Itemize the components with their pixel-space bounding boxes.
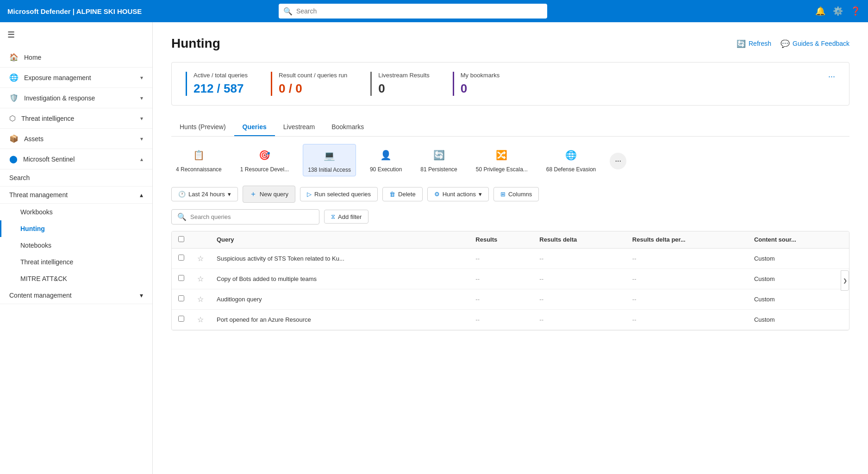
favorite-icon[interactable]: ☆ (197, 255, 204, 262)
category-resource-dev[interactable]: 🎯 1 Resource Devel... (236, 144, 293, 175)
row-checkbox[interactable] (178, 295, 184, 301)
collapse-panel-button[interactable]: ❯ (841, 270, 849, 291)
delete-button[interactable]: 🗑 Delete (382, 187, 423, 201)
category-initial-access[interactable]: 💻 138 Initial Access (303, 144, 356, 176)
home-icon: 🏠 (9, 53, 19, 62)
time-filter-button[interactable]: 🕐 Last 24 hours ▾ (171, 187, 238, 201)
threat-management-label: Threat management (9, 191, 68, 199)
columns-button[interactable]: ⊞ Columns (493, 187, 539, 201)
categories-more-button[interactable]: ··· (610, 153, 626, 169)
row-star-cell[interactable]: ☆ (191, 309, 210, 330)
row-star-cell[interactable]: ☆ (191, 268, 210, 289)
sidebar-sub-threat-intel[interactable]: Threat intelligence (0, 254, 152, 270)
delta-cell: -- (533, 268, 626, 289)
tab-bookmarks[interactable]: Bookmarks (323, 118, 372, 136)
results-cell: -- (469, 268, 533, 289)
notifications-icon[interactable]: 🔔 (815, 6, 825, 16)
sidebar-item-assets[interactable]: 📦 Assets ▾ (0, 129, 152, 149)
chevron-down-icon: ▾ (479, 191, 482, 198)
row-checkbox[interactable] (178, 255, 184, 261)
guides-button[interactable]: 💬 Guides & Feedback (781, 39, 849, 48)
stat-value: 212 / 587 (194, 81, 248, 96)
results-delta-per-column-header[interactable]: Results delta per... (626, 231, 748, 249)
category-persistence[interactable]: 🔄 81 Persistence (416, 144, 462, 175)
network-icon[interactable]: ⚙️ (833, 6, 843, 16)
category-defense-evasion[interactable]: 🌐 68 Defense Evasion (542, 144, 600, 175)
category-reconnaissance[interactable]: 📋 4 Reconnaissance (171, 144, 226, 175)
content-area: Hunting 🔄 Refresh 💬 Guides & Feedback Ac… (153, 22, 868, 474)
refresh-button[interactable]: 🔄 Refresh (737, 39, 771, 48)
chevron-down-icon: ▾ (228, 191, 231, 198)
sidebar-item-label: Threat intelligence (21, 115, 135, 122)
sidebar-sub-workbooks[interactable]: Workbooks (0, 204, 152, 220)
search-input-container[interactable]: 🔍 (171, 209, 319, 225)
sidebar-sub-notebooks[interactable]: Notebooks (0, 237, 152, 254)
sidebar-item-label: Investigation & response (24, 94, 135, 102)
row-checkbox-cell[interactable] (172, 309, 191, 330)
row-star-cell[interactable]: ☆ (191, 289, 210, 309)
global-search-bar[interactable]: 🔍 (279, 4, 547, 19)
tab-livestream[interactable]: Livestream (275, 118, 323, 136)
favorite-icon[interactable]: ☆ (197, 295, 204, 303)
table-row: ☆ Port opened for an Azure Resource -- -… (172, 309, 849, 330)
category-label: 90 Execution (370, 166, 402, 173)
favorite-icon[interactable]: ☆ (197, 275, 204, 283)
stat-value: 0 / 0 (279, 81, 347, 96)
run-selected-button[interactable]: ▷ Run selected queries (300, 187, 378, 201)
stat-bookmarks: My bookmarks 0 (453, 72, 500, 96)
row-checkbox[interactable] (178, 275, 184, 281)
privilege-esc-icon: 🔀 (493, 147, 510, 163)
sidebar-content-management[interactable]: Content management ▾ (0, 287, 152, 304)
add-filter-button[interactable]: ⧖ Add filter (324, 210, 368, 224)
sidebar-item-exposure[interactable]: 🌐 Exposure management ▾ (0, 68, 152, 88)
delete-icon: 🗑 (389, 191, 395, 198)
select-all-checkbox[interactable] (178, 236, 184, 242)
query-cell[interactable]: Auditlogon query (210, 289, 469, 309)
play-icon: ▷ (307, 191, 312, 198)
content-source-column-header[interactable]: Content sour... (748, 231, 849, 249)
row-checkbox[interactable] (178, 316, 184, 322)
sidebar-item-home[interactable]: 🏠 Home (0, 47, 152, 68)
category-execution[interactable]: 👤 90 Execution (365, 144, 406, 175)
query-cell[interactable]: Copy of Bots added to multiple teams (210, 268, 469, 289)
sidebar-item-sentinel[interactable]: ⬤ Microsoft Sentinel ▴ (0, 149, 152, 169)
row-checkbox-cell[interactable] (172, 268, 191, 289)
stats-row: Active / total queries 212 / 587 Result … (171, 62, 849, 106)
global-search-input[interactable] (296, 7, 543, 15)
help-icon[interactable]: ❓ (850, 6, 861, 16)
sidebar-sub-mitre[interactable]: MITRE ATT&CK (0, 270, 152, 287)
search-icon: 🔍 (177, 212, 187, 221)
content-management-label: Content management (9, 292, 72, 299)
sidebar-threat-management[interactable]: Threat management ▴ (0, 187, 152, 204)
hunt-actions-button[interactable]: ⚙ Hunt actions ▾ (427, 187, 489, 201)
hamburger-menu[interactable]: ☰ (0, 22, 152, 47)
row-checkbox-cell[interactable] (172, 248, 191, 268)
new-query-button[interactable]: ＋ New query (243, 186, 295, 203)
query-cell[interactable]: Suspicious activity of STS Token related… (210, 248, 469, 268)
table-row: ☆ Suspicious activity of STS Token relat… (172, 248, 849, 268)
sidebar-item-label: Microsoft Sentinel (23, 156, 135, 163)
query-column-header[interactable]: Query (210, 231, 469, 249)
category-privilege-esc[interactable]: 🔀 50 Privilege Escala... (471, 144, 532, 175)
sidebar-sub-hunting[interactable]: Hunting (0, 220, 152, 237)
investigation-icon: 🛡️ (9, 94, 19, 102)
category-label: 68 Defense Evasion (546, 166, 596, 173)
results-column-header[interactable]: Results (469, 231, 533, 249)
row-checkbox-cell[interactable] (172, 289, 191, 309)
tab-hunts[interactable]: Hunts (Preview) (171, 118, 234, 136)
results-delta-column-header[interactable]: Results delta (533, 231, 626, 249)
guides-icon: 💬 (781, 39, 790, 48)
topbar-actions: 🔔 ⚙️ ❓ (815, 6, 861, 16)
sidebar-item-investigation[interactable]: 🛡️ Investigation & response ▾ (0, 88, 152, 108)
query-cell[interactable]: Port opened for an Azure Resource (210, 309, 469, 330)
resource-dev-icon: 🎯 (256, 147, 273, 163)
sidebar-search-item[interactable]: Search (0, 169, 152, 187)
select-all-header[interactable] (172, 231, 191, 249)
hunt-icon: ⚙ (434, 191, 440, 198)
more-options-icon[interactable]: ··· (828, 72, 835, 81)
sidebar-item-threat-intelligence[interactable]: ⬡ Threat intelligence ▾ (0, 108, 152, 129)
favorite-icon[interactable]: ☆ (197, 316, 204, 324)
search-queries-input[interactable] (190, 213, 313, 220)
row-star-cell[interactable]: ☆ (191, 248, 210, 268)
tab-queries[interactable]: Queries (234, 118, 275, 136)
